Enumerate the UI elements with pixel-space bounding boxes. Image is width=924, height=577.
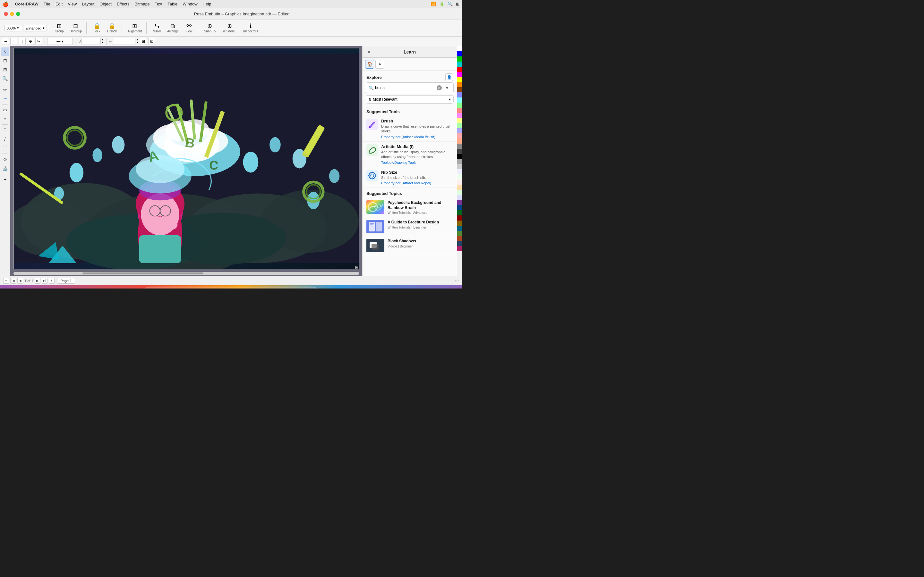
width-spinner[interactable]: ▲ ▼ <box>136 39 139 44</box>
menu-layout[interactable]: Layout <box>82 2 94 6</box>
color-green[interactable] <box>457 56 462 61</box>
unlock-button[interactable]: 🔓 Unlock <box>105 22 120 34</box>
freehand-tool[interactable]: ✏ <box>1 85 9 94</box>
rectangle-tool[interactable]: ▭ <box>1 106 9 114</box>
search-filter-button[interactable]: ▾ <box>443 84 451 92</box>
color-very-light-green[interactable] <box>457 174 462 179</box>
color-very-light-red[interactable] <box>457 179 462 185</box>
width-input[interactable]: 12.7 mm <box>113 38 136 45</box>
color-navy[interactable] <box>457 241 462 246</box>
shape-edit-tool[interactable]: ⊡ <box>1 56 9 65</box>
color-light-cyan[interactable] <box>457 97 462 103</box>
color-cream[interactable] <box>457 185 462 190</box>
artistic-media-tool-card[interactable]: Artistic Media (I) Add artistic brush, s… <box>363 142 457 167</box>
add-page-button[interactable]: + <box>3 278 9 284</box>
color-sienna[interactable] <box>457 236 462 241</box>
color-peach[interactable] <box>457 139 462 143</box>
color-light-yellow[interactable] <box>457 118 462 123</box>
next-page-button[interactable]: ▶ <box>35 278 40 284</box>
menu-window[interactable]: Window <box>183 2 197 6</box>
color-very-light-blue[interactable] <box>457 169 462 174</box>
color-light-red[interactable] <box>457 108 462 113</box>
get-more-button[interactable]: ⊕ Get More... <box>219 22 240 34</box>
menu-file[interactable]: File <box>44 2 50 6</box>
first-page-button[interactable]: |◀ <box>10 278 16 284</box>
learn-home-button[interactable]: 🏠 <box>365 60 374 69</box>
color-lighter-green[interactable] <box>457 123 462 128</box>
color-white[interactable] <box>457 46 462 51</box>
prop-corner2[interactable]: ⊡ <box>148 38 155 45</box>
color-mint[interactable] <box>457 190 462 195</box>
menu-effects[interactable]: Effects <box>117 2 129 6</box>
last-page-button[interactable]: ▶| <box>42 278 47 284</box>
color-black[interactable] <box>457 154 462 159</box>
color-light-gray[interactable] <box>457 164 462 169</box>
artistic-media-tool[interactable]: 〰 <box>1 95 9 103</box>
color-light-magenta[interactable] <box>457 113 462 118</box>
menu-help[interactable]: Help <box>203 2 212 6</box>
color-light-green[interactable] <box>457 103 462 108</box>
prop-tool2[interactable]: ↑ <box>10 38 17 45</box>
crop-tool[interactable]: ⊞ <box>1 65 9 74</box>
ungroup-button[interactable]: ⊟ Ungroup <box>67 22 84 34</box>
text-tool[interactable]: T <box>1 126 9 134</box>
prop-tool3[interactable]: ↓ <box>19 38 26 45</box>
block-shadows-topic-card[interactable]: Block Shadows Videos | Beginner <box>363 236 457 255</box>
nib-size-tool-card[interactable]: Nib Size Set the size of the brush nib. … <box>363 167 457 188</box>
menu-object[interactable]: Object <box>99 2 111 6</box>
color-purple[interactable] <box>457 200 462 205</box>
prev-page-button[interactable]: ◀ <box>17 278 23 284</box>
view-mode-dropdown[interactable]: Enhanced ▾ <box>23 25 47 31</box>
color-teal[interactable] <box>457 226 462 231</box>
apple-logo[interactable]: 🍎 <box>3 1 9 7</box>
menu-view[interactable]: View <box>68 2 77 6</box>
color-light-blue[interactable] <box>457 92 462 97</box>
snap-to-button[interactable]: ⊕ Snap To <box>202 22 218 34</box>
dimension-tool[interactable]: / <box>1 135 9 143</box>
search-clear-button[interactable]: ✕ <box>437 85 442 90</box>
canvas[interactable]: A B C <box>13 48 359 269</box>
menu-edit[interactable]: Edit <box>55 2 63 6</box>
prop-tool4[interactable]: ⊕ <box>27 38 34 45</box>
maximize-button[interactable] <box>16 12 20 16</box>
menu-table[interactable]: Table <box>168 2 178 6</box>
color-crimson[interactable] <box>457 246 462 251</box>
menu-bitmaps[interactable]: Bitmaps <box>134 2 150 6</box>
color-magenta[interactable] <box>457 72 462 77</box>
canvas-scrollbar[interactable] <box>13 272 359 275</box>
size-input[interactable]: 100 <box>81 38 101 45</box>
color-olive[interactable] <box>457 221 462 226</box>
control-center-icon[interactable]: ⊞ <box>456 2 459 6</box>
close-button[interactable] <box>4 12 8 16</box>
color-medium-gray[interactable] <box>457 159 462 164</box>
search-menu-icon[interactable]: 🔍 <box>447 2 453 6</box>
color-blue[interactable] <box>457 51 462 56</box>
size-spinner[interactable]: ▲ ▼ <box>102 39 104 44</box>
color-gray[interactable] <box>457 143 462 149</box>
learn-history-button[interactable]: ⌖ <box>375 60 384 69</box>
color-lighter-blue[interactable] <box>457 128 462 133</box>
color-dark-gray[interactable] <box>457 149 462 154</box>
explore-person-icon[interactable]: 👤 <box>445 73 453 81</box>
alignment-button[interactable]: ⊞ Alignment <box>125 22 144 34</box>
search-input[interactable] <box>375 85 435 90</box>
zoom-indicator[interactable]: ⊕ <box>355 265 359 270</box>
fill-tool[interactable]: ⊙ <box>1 155 9 163</box>
arrange-button[interactable]: ⧉ Arrange <box>165 22 181 34</box>
lock-button[interactable]: 🔒 Lock <box>90 22 104 34</box>
color-brown[interactable] <box>457 87 462 92</box>
prop-corner1[interactable]: ⊞ <box>140 38 147 45</box>
psychedelic-topic-card[interactable]: Psychedelic Background and Rainbow Brush… <box>363 198 457 218</box>
zoom-tool[interactable]: 🔍 <box>1 74 9 83</box>
color-lighter-red[interactable] <box>457 133 462 139</box>
status-more-icon[interactable]: ••• <box>455 279 459 283</box>
select-tool[interactable]: ↖ <box>1 47 9 56</box>
color-dark-blue[interactable] <box>457 205 462 210</box>
page-tab[interactable]: Page 1 <box>57 278 75 284</box>
connector-tool[interactable]: ⌒ <box>1 144 9 152</box>
color-yellow[interactable] <box>457 77 462 82</box>
group-button[interactable]: ⊞ Group <box>52 22 66 34</box>
inspectors-button[interactable]: ℹ Inspectors <box>241 22 260 34</box>
menu-text[interactable]: Text <box>155 2 162 6</box>
ellipse-tool[interactable]: ○ <box>1 115 9 123</box>
